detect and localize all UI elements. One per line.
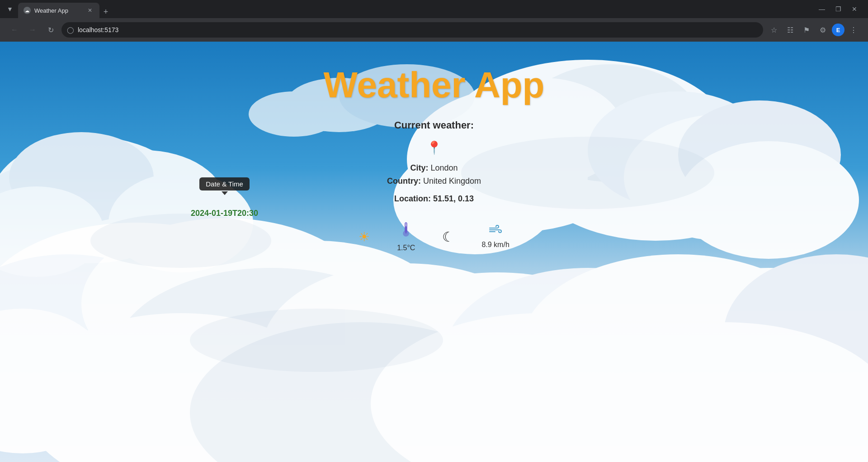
- active-tab[interactable]: ☁ Weather App ✕: [18, 3, 99, 18]
- tab-close-button[interactable]: ✕: [86, 6, 94, 14]
- weather-metrics: ☀ 1.5°C ☾: [359, 222, 509, 252]
- weather-page: Date & Time 2024-01-19T20:30 Weather App…: [0, 42, 868, 462]
- tab-title: Weather App: [34, 7, 82, 14]
- reader-mode-icon[interactable]: ☷: [783, 23, 797, 37]
- extensions-icon[interactable]: ⚙: [816, 23, 830, 37]
- new-tab-button[interactable]: +: [99, 5, 112, 18]
- back-button[interactable]: ←: [7, 23, 22, 37]
- city-label: City:: [410, 163, 430, 172]
- location-value: 51.51, 0.13: [433, 194, 474, 203]
- nav-actions: ☆ ☷ ⚑ ⚙ E ⋮: [767, 23, 861, 37]
- temperature-metric: 1.5°C: [397, 222, 415, 252]
- location-icon[interactable]: ⚑: [799, 23, 814, 37]
- moon-icon: ☾: [442, 229, 454, 245]
- location-pin-icon: 📍: [426, 140, 442, 155]
- thermometer-icon: [401, 222, 411, 241]
- sun-icon: ☀: [359, 229, 370, 244]
- wind-metric: 8.9 km/h: [481, 224, 509, 249]
- app-content: Weather App Current weather: 📍 City: Lon…: [0, 42, 868, 462]
- refresh-button[interactable]: ↻: [43, 23, 58, 37]
- forward-button[interactable]: →: [25, 23, 40, 37]
- tab-favicon-icon: ☁: [24, 7, 31, 14]
- city-value: London: [430, 163, 458, 172]
- wind-value: 8.9 km/h: [481, 241, 509, 249]
- bookmark-icon[interactable]: ☆: [767, 23, 781, 37]
- address-bar[interactable]: ◯ localhost:5173: [61, 22, 763, 38]
- tab-dropdown-btn[interactable]: ▼: [4, 3, 16, 15]
- tab-bar: ▼ ☁ Weather App ✕ + — ❐ ✕: [0, 0, 868, 18]
- svg-rect-43: [406, 226, 407, 233]
- temperature-value: 1.5°C: [397, 244, 415, 252]
- current-weather-label: Current weather:: [394, 119, 474, 131]
- location-info: City: London Country: United Kingdom: [387, 162, 481, 188]
- profile-button[interactable]: E: [832, 24, 844, 36]
- close-button[interactable]: ✕: [848, 3, 861, 15]
- wind-icon: [489, 224, 502, 238]
- location-label: Location:: [394, 194, 433, 203]
- sun-metric: ☀: [359, 229, 370, 244]
- secure-icon: ◯: [67, 26, 74, 33]
- app-title: Weather App: [324, 64, 545, 106]
- tab-list: ☁ Weather App ✕ +: [18, 0, 814, 18]
- minimize-button[interactable]: —: [816, 3, 828, 15]
- maximize-button[interactable]: ❐: [832, 3, 844, 15]
- navigation-bar: ← → ↻ ◯ localhost:5173 ☆ ☷ ⚑ ⚙ E ⋮: [0, 18, 868, 42]
- window-controls: — ❐ ✕: [816, 3, 864, 15]
- browser-window: ▼ ☁ Weather App ✕ + — ❐ ✕ ← → ↻ ◯ localh…: [0, 0, 868, 42]
- location-coords: Location: 51.51, 0.13: [394, 194, 474, 204]
- country-info: Country: United Kingdom: [387, 175, 481, 188]
- city-info: City: London: [387, 162, 481, 175]
- country-label: Country:: [387, 176, 423, 186]
- url-display: localhost:5173: [78, 26, 758, 33]
- moon-metric: ☾: [442, 229, 454, 245]
- menu-button[interactable]: ⋮: [846, 23, 861, 37]
- country-value: United Kingdom: [423, 176, 481, 186]
